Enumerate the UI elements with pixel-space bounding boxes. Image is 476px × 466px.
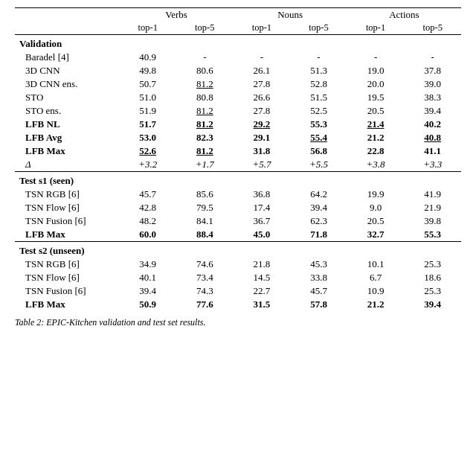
table-cell: 52.6 bbox=[119, 144, 176, 158]
table-cell: - bbox=[347, 51, 405, 64]
row-label: 3D CNN bbox=[15, 64, 119, 77]
empty-subheader bbox=[15, 22, 119, 35]
table-cell: 77.6 bbox=[176, 298, 234, 311]
table-cell: 52.8 bbox=[290, 77, 347, 91]
table-cell: 21.2 bbox=[347, 298, 405, 311]
table-cell: 51.7 bbox=[119, 118, 176, 131]
row-label: LFB Avg bbox=[15, 131, 119, 144]
row-label: STO bbox=[15, 91, 119, 104]
table-cell: 39.0 bbox=[404, 77, 461, 91]
table-cell: 60.0 bbox=[119, 228, 176, 242]
row-label: STO ens. bbox=[15, 104, 119, 118]
table-cell: 71.8 bbox=[290, 228, 347, 242]
table-cell: - bbox=[234, 51, 291, 64]
table-cell: 37.8 bbox=[404, 64, 461, 77]
table-cell: +3.2 bbox=[119, 158, 176, 172]
section-header-2: Test s2 (unseen) bbox=[15, 242, 461, 258]
table-cell: 20.0 bbox=[347, 77, 405, 91]
table-cell: 45.3 bbox=[290, 258, 347, 271]
empty-header bbox=[15, 8, 119, 22]
table-cell: 40.1 bbox=[119, 271, 176, 284]
table-cell: 10.1 bbox=[347, 258, 405, 271]
table-cell: 52.5 bbox=[290, 104, 347, 118]
table-cell: 39.4 bbox=[290, 201, 347, 214]
table-row: TSN Fusion [6]39.474.322.745.710.925.3 bbox=[15, 284, 461, 298]
table-cell: 19.5 bbox=[347, 91, 405, 104]
table-cell: 40.9 bbox=[119, 51, 176, 64]
table-cell: - bbox=[176, 51, 234, 64]
row-label: TSN RGB [6] bbox=[15, 258, 119, 271]
table-cell: +5.7 bbox=[234, 158, 291, 172]
table-cell: 26.6 bbox=[234, 91, 291, 104]
table-row: 3D CNN49.880.626.151.319.037.8 bbox=[15, 64, 461, 77]
table-cell: 9.0 bbox=[347, 201, 405, 214]
table-cell: 19.0 bbox=[347, 64, 405, 77]
section-title-2: Test s2 (unseen) bbox=[15, 242, 461, 258]
table-row: Δ+3.2+1.7+5.7+5.5+3.8+3.3 bbox=[15, 158, 461, 172]
table-cell: 73.4 bbox=[176, 271, 234, 284]
verbs-header: Verbs bbox=[119, 8, 233, 22]
table-cell: 29.1 bbox=[234, 131, 291, 144]
table-cell: 74.6 bbox=[176, 258, 234, 271]
table-cell: 10.9 bbox=[347, 284, 405, 298]
row-label: TSN RGB [6] bbox=[15, 188, 119, 201]
table-cell: 27.8 bbox=[234, 77, 291, 91]
row-label: TSN Fusion [6] bbox=[15, 214, 119, 228]
subheader-row: top-1 top-5 top-1 top-5 top-1 top-5 bbox=[15, 22, 461, 35]
table-row: TSN RGB [6]45.785.636.864.219.941.9 bbox=[15, 188, 461, 201]
table-cell: 20.5 bbox=[347, 104, 405, 118]
row-label: LFB Max bbox=[15, 298, 119, 311]
table-cell: 19.9 bbox=[347, 188, 405, 201]
table-row: TSN Flow [6]42.879.517.439.49.021.9 bbox=[15, 201, 461, 214]
verbs-top1: top-1 bbox=[119, 22, 176, 35]
row-label: TSN Flow [6] bbox=[15, 271, 119, 284]
row-label: LFB NL bbox=[15, 118, 119, 131]
table-cell: 55.3 bbox=[404, 228, 461, 242]
table-cell: 21.4 bbox=[347, 118, 405, 131]
table-cell: 32.7 bbox=[347, 228, 405, 242]
table-cell: 20.5 bbox=[347, 214, 405, 228]
table-row: STO ens.51.981.227.852.520.539.4 bbox=[15, 104, 461, 118]
table-cell: 74.3 bbox=[176, 284, 234, 298]
table-cell: 29.2 bbox=[234, 118, 291, 131]
table-cell: 45.0 bbox=[234, 228, 291, 242]
table-cell: 18.6 bbox=[404, 271, 461, 284]
table-cell: 22.8 bbox=[347, 144, 405, 158]
table-cell: 50.7 bbox=[119, 77, 176, 91]
table-cell: 25.3 bbox=[404, 258, 461, 271]
table-cell: 39.4 bbox=[404, 104, 461, 118]
nouns-top5: top-5 bbox=[290, 22, 347, 35]
table-cell: 22.7 bbox=[234, 284, 291, 298]
table-row: LFB Max60.088.445.071.832.755.3 bbox=[15, 228, 461, 242]
table-cell: 39.4 bbox=[404, 298, 461, 311]
table-cell: 21.8 bbox=[234, 258, 291, 271]
table-cell: 50.9 bbox=[119, 298, 176, 311]
row-label: LFB Max bbox=[15, 144, 119, 158]
actions-top5: top-5 bbox=[404, 22, 461, 35]
table-cell: 53.0 bbox=[119, 131, 176, 144]
table-cell: 80.6 bbox=[176, 64, 234, 77]
table-cell: 33.8 bbox=[290, 271, 347, 284]
verbs-top5: top-5 bbox=[176, 22, 234, 35]
table-cell: 51.3 bbox=[290, 64, 347, 77]
table-container: Verbs Nouns Actions top-1 top-5 top-1 to… bbox=[15, 7, 461, 328]
table-row: TSN Flow [6]40.173.414.533.86.718.6 bbox=[15, 271, 461, 284]
section-header-0: Validation bbox=[15, 35, 461, 51]
table-cell: 41.1 bbox=[404, 144, 461, 158]
table-cell: 51.5 bbox=[290, 91, 347, 104]
table-cell: 21.2 bbox=[347, 131, 405, 144]
table-cell: +3.8 bbox=[347, 158, 405, 172]
table-cell: 82.3 bbox=[176, 131, 234, 144]
table-cell: 31.5 bbox=[234, 298, 291, 311]
results-table: Verbs Nouns Actions top-1 top-5 top-1 to… bbox=[15, 7, 461, 311]
table-cell: 80.8 bbox=[176, 91, 234, 104]
table-row: LFB Max50.977.631.557.821.239.4 bbox=[15, 298, 461, 311]
table-cell: 39.4 bbox=[119, 284, 176, 298]
table-cell: 79.5 bbox=[176, 201, 234, 214]
table-cell: 36.8 bbox=[234, 188, 291, 201]
table-cell: 51.0 bbox=[119, 91, 176, 104]
table-cell: 49.8 bbox=[119, 64, 176, 77]
table-cell: 21.9 bbox=[404, 201, 461, 214]
table-cell: 41.9 bbox=[404, 188, 461, 201]
table-cell: 84.1 bbox=[176, 214, 234, 228]
